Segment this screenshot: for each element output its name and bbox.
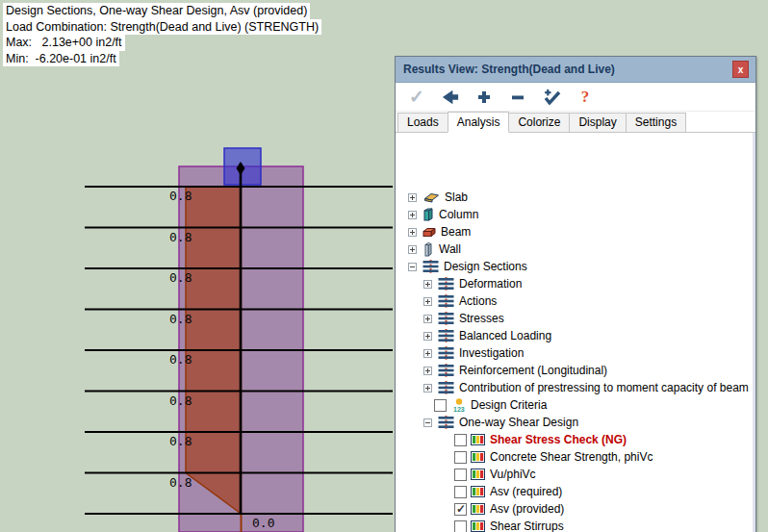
contour-icon <box>471 503 485 515</box>
tree-item-one-way-shear-design[interactable]: One-way Shear Design <box>397 414 752 431</box>
tree-item-investigation[interactable]: Investigation <box>397 344 752 362</box>
tree-item-asv-required[interactable]: Asv (required) <box>397 483 752 500</box>
station-value-label: 0.8 <box>169 393 192 408</box>
expand-icon[interactable] <box>423 332 432 341</box>
criteria-123-icon: 123 <box>450 398 466 413</box>
tree-item-label: Balanced Loading <box>459 329 551 342</box>
station-value-label: 0.8 <box>169 434 192 448</box>
tree-item-concrete-shear-strength-phivc[interactable]: Concrete Shear Strength, phiVc <box>397 448 752 466</box>
expand-icon[interactable] <box>423 349 432 358</box>
tree-item-vu-phivc[interactable]: Vu/phiVc <box>397 466 752 483</box>
tree-item-label: Column <box>439 208 478 221</box>
tab-display[interactable]: Display <box>569 113 626 132</box>
tree-item-label: Contribution of prestressing to moment c… <box>459 381 749 394</box>
dialog-tabs: LoadsAnalysisColorizeDisplaySettings <box>396 112 755 133</box>
design-sections-icon <box>438 416 454 429</box>
station-value-label: 0.8 <box>169 189 192 203</box>
contour-icon <box>471 469 485 480</box>
results-view-dialog: Results View: Strength(Dead and Live) x … <box>395 56 756 532</box>
contour-icon <box>471 520 485 532</box>
legend-max-value: Max: 2.13e+00 in2/ft <box>3 35 125 51</box>
expand-icon[interactable] <box>423 280 432 289</box>
tree-item-design-sections[interactable]: Design Sections <box>397 258 752 275</box>
legend-load-combination: Load Combination: Strength(Dead and Live… <box>3 19 321 36</box>
add-icon[interactable] <box>474 88 494 107</box>
remove-icon[interactable] <box>508 88 527 107</box>
checkbox-unchecked[interactable] <box>454 486 467 498</box>
collapse-icon[interactable] <box>423 418 432 427</box>
dialog-title: Results View: Strength(Dead and Live) <box>403 63 615 76</box>
expand-icon[interactable] <box>408 193 417 202</box>
dialog-titlebar[interactable]: Results View: Strength(Dead and Live) x <box>396 57 755 83</box>
tree-item-stresses[interactable]: Stresses <box>397 310 752 327</box>
expand-icon[interactable] <box>408 228 417 237</box>
tree-item-wall[interactable]: Wall <box>397 241 752 258</box>
tree-item-deformation[interactable]: Deformation <box>397 275 752 292</box>
expand-icon[interactable] <box>408 245 417 254</box>
tree-item-label: Actions <box>459 294 497 308</box>
slab-icon <box>422 191 440 204</box>
tree-item-label: Vu/phiVc <box>490 468 536 481</box>
application-viewport: Design Sections, One-way Shear Design, A… <box>0 0 768 532</box>
checkbox-checked[interactable] <box>454 503 467 516</box>
tree-item-label: Wall <box>439 242 461 256</box>
back-arrow-icon[interactable] <box>441 88 460 107</box>
end-value-label: 0.0 <box>252 516 274 530</box>
svg-text:123: 123 <box>453 405 465 412</box>
contour-icon <box>471 434 485 445</box>
tab-loads[interactable]: Loads <box>397 113 448 132</box>
legend-min-value: Min: -6.20e-01 in2/ft <box>3 51 119 67</box>
design-sections-icon <box>438 381 454 394</box>
tree-item-label: Stresses <box>459 312 504 325</box>
help-icon[interactable]: ? <box>576 88 595 107</box>
checkbox-unchecked[interactable] <box>454 434 467 446</box>
station-value-label: 0.8 <box>169 270 192 285</box>
expand-icon[interactable] <box>408 211 417 219</box>
checkbox-unchecked[interactable] <box>454 451 467 464</box>
tree-item-asv-provided[interactable]: Asv (provided) <box>397 500 752 518</box>
checkbox-unchecked[interactable] <box>454 520 467 532</box>
confirm-icon[interactable]: ✓ <box>407 88 426 107</box>
tree-item-actions[interactable]: Actions <box>397 292 752 310</box>
expand-icon[interactable] <box>423 315 432 323</box>
tab-colorize[interactable]: Colorize <box>508 113 570 132</box>
collapse-icon[interactable] <box>408 263 417 271</box>
column-icon <box>422 207 434 222</box>
station-value-label: 0.8 <box>169 475 192 490</box>
tree-item-label: Asv (required) <box>490 485 562 498</box>
tree-item-label: Deformation <box>459 277 522 291</box>
station-value-label: 0.8 <box>169 312 192 326</box>
expand-icon[interactable] <box>423 367 432 375</box>
tab-settings[interactable]: Settings <box>626 113 686 132</box>
tree-item-label: Beam <box>441 225 471 239</box>
tree-item-column[interactable]: Column <box>397 206 752 223</box>
tree-item-shear-stirrups[interactable]: Shear Stirrups <box>397 518 752 532</box>
checkbox-unchecked[interactable] <box>454 469 467 481</box>
tree-item-label: Asv (provided) <box>490 502 564 516</box>
tree-item-label: Slab <box>445 190 468 204</box>
design-sections-icon <box>438 329 454 342</box>
tree-item-reinforcement-longitudinal[interactable]: Reinforcement (Longitudinal) <box>397 362 752 379</box>
tree-item-label: Design Sections <box>444 260 527 273</box>
tree-item-slab[interactable]: Slab <box>397 189 752 206</box>
tree-item-balanced-loading[interactable]: Balanced Loading <box>397 327 752 344</box>
apply-check-icon[interactable] <box>542 88 561 107</box>
tree-item-label: Investigation <box>459 346 524 360</box>
design-sections-icon <box>438 312 454 325</box>
tree-item-shear-stress-check-ng[interactable]: Shear Stress Check (NG) <box>397 431 752 448</box>
checkbox-unchecked[interactable] <box>434 399 447 412</box>
results-tree: SlabColumnBeamWallDesign SectionsDeforma… <box>397 187 752 532</box>
expand-icon[interactable] <box>423 384 432 393</box>
expand-icon[interactable] <box>423 297 432 306</box>
tab-analysis[interactable]: Analysis <box>448 112 510 133</box>
wall-icon <box>422 241 434 257</box>
design-sections-icon <box>422 260 439 273</box>
result-legend: Design Sections, One-way Shear Design, A… <box>3 3 321 66</box>
design-sections-icon <box>438 364 454 377</box>
close-icon[interactable]: x <box>732 61 749 78</box>
tree-item-contribution-of-prestressing-to-moment-capacity-of-beam[interactable]: Contribution of prestressing to moment c… <box>397 379 752 396</box>
tree-item-label: Shear Stress Check (NG) <box>490 433 627 446</box>
tree-item-beam[interactable]: Beam <box>397 223 752 241</box>
tree-item-label: Shear Stirrups <box>490 519 564 532</box>
tree-item-design-criteria[interactable]: 123Design Criteria <box>397 396 752 414</box>
